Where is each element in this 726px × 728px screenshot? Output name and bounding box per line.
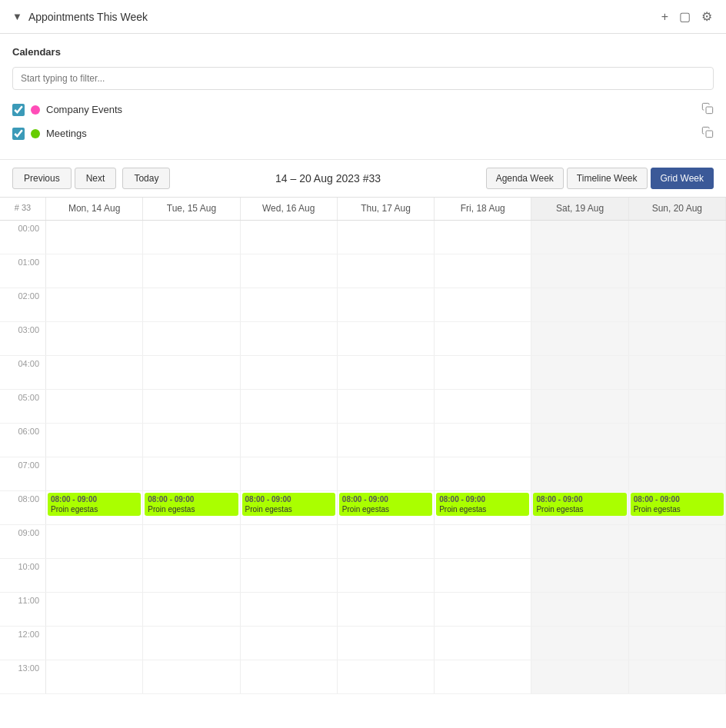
day-cell-1-hour-9[interactable]: [143, 525, 240, 558]
day-cell-5-hour-2[interactable]: [531, 288, 628, 321]
grid-week-button[interactable]: Grid Week: [651, 168, 714, 189]
day-cell-0-hour-13[interactable]: [46, 660, 143, 693]
day-cell-4-hour-10[interactable]: [435, 559, 531, 592]
event-block[interactable]: 08:00 - 09:00Proin egestas: [145, 493, 238, 516]
agenda-week-button[interactable]: Agenda Week: [486, 168, 564, 189]
day-cell-3-hour-2[interactable]: [338, 288, 435, 321]
day-cell-5-hour-3[interactable]: [531, 322, 628, 355]
day-cell-1-hour-4[interactable]: [143, 356, 240, 389]
day-cell-2-hour-12[interactable]: [241, 627, 338, 660]
day-cell-2-hour-10[interactable]: [241, 559, 338, 592]
event-block[interactable]: 08:00 - 09:00Proin egestas: [436, 493, 529, 516]
day-cell-5-hour-13[interactable]: [531, 660, 628, 693]
day-cell-4-hour-7[interactable]: [435, 457, 531, 490]
day-cell-1-hour-8[interactable]: 08:00 - 09:00Proin egestas: [143, 491, 240, 524]
day-cell-0-hour-2[interactable]: [46, 288, 143, 321]
day-cell-2-hour-13[interactable]: [241, 660, 338, 693]
timeline-week-button[interactable]: Timeline Week: [567, 168, 648, 189]
day-cell-3-hour-3[interactable]: [338, 322, 435, 355]
day-cell-3-hour-13[interactable]: [338, 660, 435, 693]
day-cell-3-hour-10[interactable]: [338, 559, 435, 592]
day-cell-4-hour-6[interactable]: [435, 424, 531, 457]
day-cell-5-hour-5[interactable]: [531, 390, 628, 423]
today-button[interactable]: Today: [122, 168, 170, 189]
previous-button[interactable]: Previous: [12, 168, 72, 189]
day-cell-5-hour-4[interactable]: [531, 356, 628, 389]
day-cell-1-hour-7[interactable]: [143, 457, 240, 490]
day-cell-0-hour-4[interactable]: [46, 356, 143, 389]
day-cell-4-hour-0[interactable]: [435, 221, 531, 254]
day-cell-6-hour-7[interactable]: [629, 457, 726, 490]
day-cell-0-hour-0[interactable]: [46, 221, 143, 254]
day-cell-4-hour-3[interactable]: [435, 322, 531, 355]
day-cell-5-hour-0[interactable]: [531, 221, 628, 254]
sidebar-icon[interactable]: ▢: [678, 8, 692, 25]
day-cell-0-hour-12[interactable]: [46, 627, 143, 660]
chevron-icon[interactable]: ▼: [12, 11, 22, 22]
day-cell-1-hour-12[interactable]: [143, 627, 240, 660]
day-cell-5-hour-9[interactable]: [531, 525, 628, 558]
add-icon[interactable]: +: [660, 8, 670, 25]
day-cell-3-hour-9[interactable]: [338, 525, 435, 558]
day-cell-5-hour-6[interactable]: [531, 424, 628, 457]
day-cell-1-hour-1[interactable]: [143, 254, 240, 288]
day-cell-5-hour-10[interactable]: [531, 559, 628, 592]
day-cell-1-hour-11[interactable]: [143, 593, 240, 626]
day-cell-3-hour-11[interactable]: [338, 593, 435, 626]
day-cell-6-hour-11[interactable]: [629, 593, 726, 626]
day-cell-1-hour-10[interactable]: [143, 559, 240, 592]
day-cell-4-hour-4[interactable]: [435, 356, 531, 389]
day-cell-6-hour-0[interactable]: [629, 221, 726, 254]
day-cell-3-hour-0[interactable]: [338, 221, 435, 254]
day-cell-2-hour-2[interactable]: [241, 288, 338, 321]
meetings-copy-button[interactable]: [701, 126, 714, 141]
event-block[interactable]: 08:00 - 09:00Proin egestas: [48, 493, 141, 516]
day-cell-6-hour-5[interactable]: [629, 390, 726, 423]
next-button[interactable]: Next: [75, 168, 117, 189]
day-cell-0-hour-5[interactable]: [46, 390, 143, 423]
day-cell-3-hour-6[interactable]: [338, 424, 435, 457]
day-cell-2-hour-9[interactable]: [241, 525, 338, 558]
day-cell-3-hour-7[interactable]: [338, 457, 435, 490]
meetings-checkbox[interactable]: [12, 128, 25, 140]
day-cell-4-hour-12[interactable]: [435, 627, 531, 660]
event-block[interactable]: 08:00 - 09:00Proin egestas: [242, 493, 335, 516]
day-cell-5-hour-1[interactable]: [531, 254, 628, 288]
day-cell-5-hour-7[interactable]: [531, 457, 628, 490]
day-cell-2-hour-5[interactable]: [241, 390, 338, 423]
day-cell-3-hour-5[interactable]: [338, 390, 435, 423]
day-cell-0-hour-6[interactable]: [46, 424, 143, 457]
day-cell-2-hour-4[interactable]: [241, 356, 338, 389]
day-cell-5-hour-12[interactable]: [531, 627, 628, 660]
day-cell-0-hour-1[interactable]: [46, 254, 143, 288]
day-cell-5-hour-11[interactable]: [531, 593, 628, 626]
gear-icon[interactable]: ⚙: [700, 8, 714, 25]
day-cell-4-hour-9[interactable]: [435, 525, 531, 558]
company-events-copy-button[interactable]: [701, 102, 714, 117]
day-cell-0-hour-10[interactable]: [46, 559, 143, 592]
day-cell-4-hour-2[interactable]: [435, 288, 531, 321]
day-cell-6-hour-2[interactable]: [629, 288, 726, 321]
day-cell-3-hour-1[interactable]: [338, 254, 435, 288]
day-cell-0-hour-11[interactable]: [46, 593, 143, 626]
day-cell-0-hour-8[interactable]: 08:00 - 09:00Proin egestas: [46, 491, 143, 524]
day-cell-6-hour-13[interactable]: [629, 660, 726, 693]
day-cell-4-hour-13[interactable]: [435, 660, 531, 693]
day-cell-3-hour-4[interactable]: [338, 356, 435, 389]
calendar-filter-input[interactable]: [12, 67, 714, 90]
day-cell-6-hour-9[interactable]: [629, 525, 726, 558]
day-cell-6-hour-10[interactable]: [629, 559, 726, 592]
day-cell-1-hour-0[interactable]: [143, 221, 240, 254]
day-cell-1-hour-5[interactable]: [143, 390, 240, 423]
event-block[interactable]: 08:00 - 09:00Proin egestas: [631, 493, 724, 516]
day-cell-4-hour-5[interactable]: [435, 390, 531, 423]
company-events-checkbox[interactable]: [12, 104, 25, 116]
day-cell-2-hour-7[interactable]: [241, 457, 338, 490]
day-cell-4-hour-11[interactable]: [435, 593, 531, 626]
day-cell-0-hour-3[interactable]: [46, 322, 143, 355]
day-cell-1-hour-6[interactable]: [143, 424, 240, 457]
day-cell-6-hour-1[interactable]: [629, 254, 726, 288]
day-cell-5-hour-8[interactable]: 08:00 - 09:00Proin egestas: [531, 491, 628, 524]
day-cell-1-hour-2[interactable]: [143, 288, 240, 321]
day-cell-0-hour-7[interactable]: [46, 457, 143, 490]
